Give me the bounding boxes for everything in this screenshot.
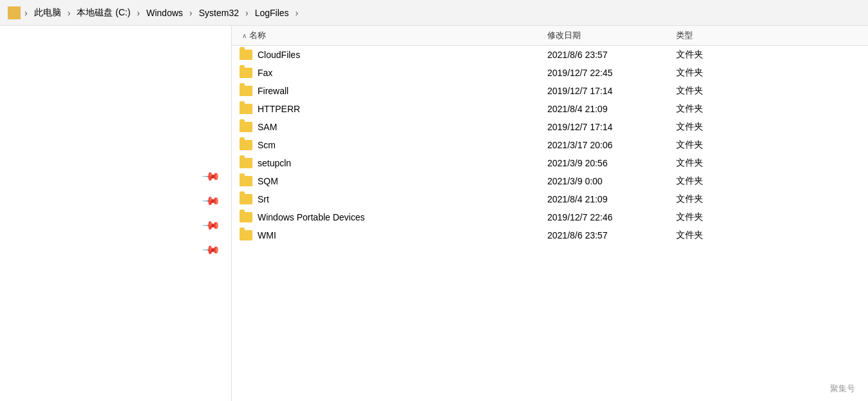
folder-icon [240, 86, 252, 96]
folder-icon [240, 212, 252, 222]
file-icon-cell: WMI [232, 230, 547, 240]
pin-icon-3[interactable]: 📌 [201, 215, 221, 235]
file-date: 2021/8/4 21:09 [547, 194, 676, 204]
table-row[interactable]: Fax 2019/12/7 22:45 文件夹 [232, 64, 868, 82]
table-row[interactable]: Srt 2021/8/4 21:09 文件夹 [232, 190, 868, 208]
file-icon-cell: Scm [232, 140, 547, 150]
breadcrumb-item-system32[interactable]: System32 [196, 6, 241, 19]
file-type: 文件夹 [676, 67, 779, 79]
sidebar: 📌 📌 📌 📌 [0, 26, 232, 401]
file-type: 文件夹 [676, 193, 779, 205]
table-row[interactable]: SAM 2019/12/7 17:14 文件夹 [232, 118, 868, 136]
file-name: Windows Portable Devices [258, 212, 365, 222]
breadcrumb-item-logfiles[interactable]: LogFiles [252, 6, 292, 19]
file-date: 2019/12/7 17:14 [547, 86, 676, 96]
folder-icon [240, 140, 252, 150]
file-date: 2021/8/6 23:57 [547, 230, 676, 240]
table-row[interactable]: Scm 2021/3/17 20:06 文件夹 [232, 136, 868, 154]
table-row[interactable]: WMI 2021/8/6 23:57 文件夹 [232, 226, 868, 244]
file-name: Firewall [258, 86, 288, 96]
file-date: 2021/8/6 23:57 [547, 50, 676, 60]
breadcrumb-item-computer[interactable]: 此电脑 [32, 6, 64, 20]
folder-icon [8, 6, 21, 19]
file-icon-cell: Windows Portable Devices [232, 212, 547, 222]
table-row[interactable]: setupcln 2021/3/9 20:56 文件夹 [232, 154, 868, 172]
folder-icon [240, 68, 252, 78]
table-row[interactable]: SQM 2021/3/9 0:00 文件夹 [232, 172, 868, 190]
file-name: setupcln [258, 158, 291, 168]
file-icon-cell: SQM [232, 176, 547, 186]
table-row[interactable]: CloudFiles 2021/8/6 23:57 文件夹 [232, 46, 868, 64]
file-rows-container: CloudFiles 2021/8/6 23:57 文件夹 Fax 2019/1… [232, 46, 868, 244]
file-type: 文件夹 [676, 85, 779, 97]
file-type: 文件夹 [676, 139, 779, 151]
column-name[interactable]: ∧ 名称 [232, 30, 547, 41]
file-icon-cell: SAM [232, 122, 547, 132]
file-type: 文件夹 [676, 49, 779, 61]
file-date: 2021/3/9 0:00 [547, 176, 676, 186]
folder-icon [240, 50, 252, 60]
folder-icon [240, 176, 252, 186]
file-icon-cell: CloudFiles [232, 50, 547, 60]
file-type: 文件夹 [676, 157, 779, 169]
file-date: 2021/3/17 20:06 [547, 140, 676, 150]
file-name: CloudFiles [258, 50, 300, 60]
file-date: 2021/8/4 21:09 [547, 104, 676, 114]
pin-icon-1[interactable]: 📌 [201, 166, 221, 186]
file-name: WMI [258, 230, 276, 240]
file-date: 2019/12/7 22:46 [547, 212, 676, 222]
breadcrumb-item-windows[interactable]: Windows [144, 6, 185, 19]
file-type: 文件夹 [676, 175, 779, 187]
table-row[interactable]: Firewall 2019/12/7 17:14 文件夹 [232, 82, 868, 100]
file-type: 文件夹 [676, 211, 779, 223]
breadcrumb: › 此电脑 › 本地磁盘 (C:) › Windows › System32 ›… [0, 0, 868, 26]
file-name: Srt [258, 194, 269, 204]
folder-icon [240, 230, 252, 240]
file-icon-cell: setupcln [232, 158, 547, 168]
file-name: Scm [258, 140, 276, 150]
table-row[interactable]: HTTPERR 2021/8/4 21:09 文件夹 [232, 100, 868, 118]
column-header: ∧ 名称 修改日期 类型 [232, 26, 868, 46]
file-type: 文件夹 [676, 230, 779, 241]
file-icon-cell: Srt [232, 194, 547, 204]
file-type: 文件夹 [676, 103, 779, 115]
file-name: SAM [258, 122, 277, 132]
file-icon-cell: HTTPERR [232, 104, 547, 114]
file-type: 文件夹 [676, 121, 779, 133]
table-row[interactable]: Windows Portable Devices 2019/12/7 22:46… [232, 208, 868, 226]
file-date: 2019/12/7 17:14 [547, 122, 676, 132]
file-icon-cell: Fax [232, 68, 547, 78]
file-date: 2019/12/7 22:45 [547, 68, 676, 78]
breadcrumb-item-c[interactable]: 本地磁盘 (C:) [74, 6, 133, 20]
column-type[interactable]: 类型 [676, 30, 779, 41]
folder-icon [240, 122, 252, 132]
file-date: 2021/3/9 20:56 [547, 158, 676, 168]
file-icon-cell: Firewall [232, 86, 547, 96]
column-date[interactable]: 修改日期 [547, 30, 676, 41]
file-list-area: ∧ 名称 修改日期 类型 CloudFiles 2021/8/6 23:57 文… [232, 26, 868, 401]
main-content: 📌 📌 📌 📌 ∧ 名称 修改日期 类型 CloudFiles 2021/8/6… [0, 26, 868, 401]
pin-icon-2[interactable]: 📌 [201, 191, 221, 211]
folder-icon [240, 194, 252, 204]
file-name: HTTPERR [258, 104, 300, 114]
watermark: 聚集号 [830, 383, 855, 395]
pin-icon-4[interactable]: 📌 [201, 240, 221, 260]
file-name: SQM [258, 176, 278, 186]
folder-icon [240, 158, 252, 168]
file-name: Fax [258, 68, 272, 78]
folder-icon [240, 104, 252, 114]
